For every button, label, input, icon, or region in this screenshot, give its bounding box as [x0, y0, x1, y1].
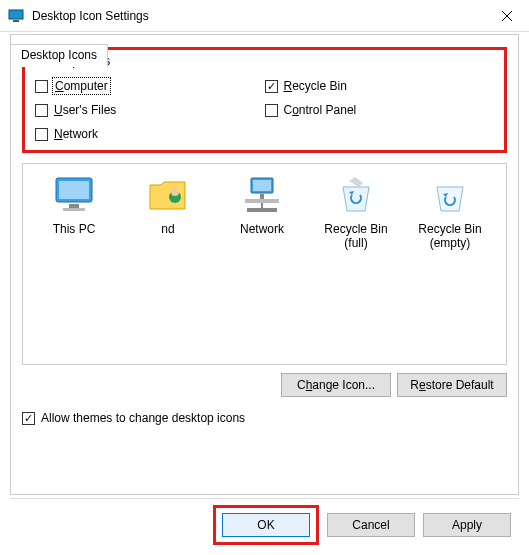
svg-rect-11	[253, 180, 271, 191]
icon-caption: Recycle Bin (empty)	[405, 222, 495, 250]
preview-user-folder[interactable]: nd	[123, 174, 213, 236]
checkbox-icon	[22, 412, 35, 425]
svg-rect-7	[63, 208, 85, 211]
checkbox-icon	[265, 104, 278, 117]
checkbox-icon	[35, 128, 48, 141]
checkbox-control-panel[interactable]: Control Panel	[265, 98, 495, 122]
checkbox-label: Recycle Bin	[284, 79, 347, 93]
checkbox-label: Network	[54, 127, 98, 141]
change-icon-button[interactable]: Change Icon...	[281, 373, 391, 397]
app-icon	[8, 8, 24, 24]
checkbox-icon	[265, 80, 278, 93]
recycle-empty-icon	[426, 174, 474, 216]
checkbox-label: User's Files	[54, 103, 116, 117]
cancel-button[interactable]: Cancel	[327, 513, 415, 537]
checkbox-label: Computer	[54, 79, 109, 93]
checkbox-label: Control Panel	[284, 103, 357, 117]
svg-rect-6	[69, 204, 79, 208]
preview-this-pc[interactable]: This PC	[29, 174, 119, 236]
preview-recycle-empty[interactable]: Recycle Bin (empty)	[405, 174, 495, 250]
dialog-footer: OK Cancel Apply	[0, 495, 529, 555]
checkbox-icon	[35, 104, 48, 117]
icon-caption: nd	[123, 222, 213, 236]
ok-highlight: OK	[213, 505, 319, 545]
preview-network[interactable]: Network	[217, 174, 307, 236]
checkbox-network[interactable]: Network	[35, 122, 265, 146]
icon-caption: Recycle Bin (full)	[311, 222, 401, 250]
title-bar: Desktop Icon Settings	[0, 0, 529, 32]
content-area: Desktop icons Computer User's Files Netw…	[10, 35, 519, 495]
icon-buttons-row: Change Icon... Restore Default	[22, 373, 507, 397]
svg-rect-15	[247, 208, 277, 212]
restore-default-button[interactable]: Restore Default	[397, 373, 507, 397]
close-button[interactable]	[484, 0, 529, 31]
preview-recycle-full[interactable]: Recycle Bin (full)	[311, 174, 401, 250]
icon-caption: This PC	[29, 222, 119, 236]
user-folder-icon	[144, 174, 192, 216]
tab-desktop-icons[interactable]: Desktop Icons	[10, 44, 108, 67]
checkbox-computer[interactable]: Computer	[35, 74, 265, 98]
svg-rect-0	[9, 10, 23, 19]
svg-point-9	[171, 188, 179, 196]
checkbox-label: Allow themes to change desktop icons	[41, 411, 245, 425]
network-icon	[238, 174, 286, 216]
checkbox-users-files[interactable]: User's Files	[35, 98, 265, 122]
monitor-icon	[50, 174, 98, 216]
checkbox-recycle-bin[interactable]: Recycle Bin	[265, 74, 495, 98]
recycle-full-icon	[332, 174, 380, 216]
svg-rect-1	[13, 20, 19, 22]
icon-preview: This PC nd Network Recycle Bin (full) Re…	[22, 163, 507, 365]
checkbox-icon	[35, 80, 48, 93]
apply-button[interactable]: Apply	[423, 513, 511, 537]
svg-rect-12	[260, 194, 264, 199]
window-title: Desktop Icon Settings	[32, 9, 484, 23]
allow-themes-checkbox[interactable]: Allow themes to change desktop icons	[22, 411, 507, 425]
svg-rect-5	[59, 181, 89, 199]
ok-button[interactable]: OK	[222, 513, 310, 537]
icon-caption: Network	[217, 222, 307, 236]
svg-rect-13	[245, 199, 279, 203]
